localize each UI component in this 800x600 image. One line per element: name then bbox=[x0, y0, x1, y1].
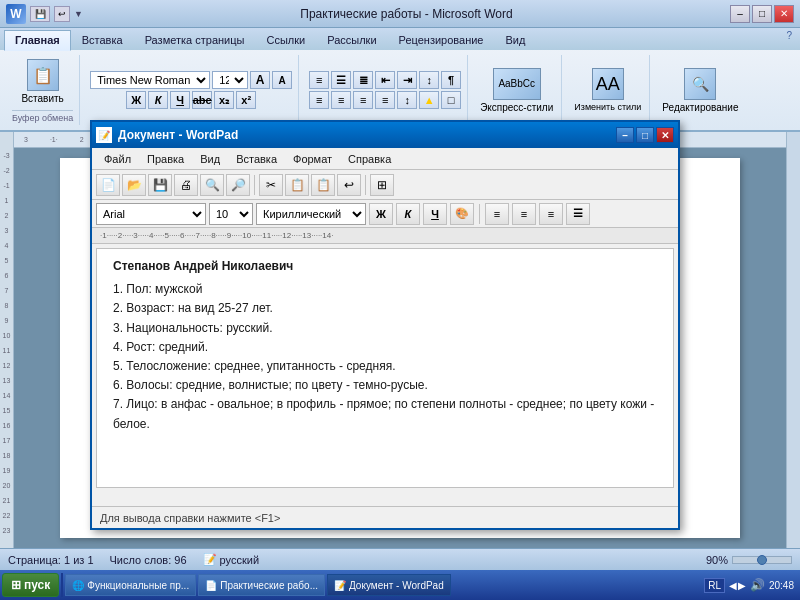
taskbar-item-2[interactable]: 📄 Практические рабо... bbox=[198, 574, 325, 596]
sort-btn[interactable]: ↕ bbox=[419, 71, 439, 89]
taskbar-item-1[interactable]: 🌐 Функциональные пр... bbox=[65, 574, 196, 596]
bold-btn[interactable]: Ж bbox=[126, 91, 146, 109]
zoom-thumb[interactable] bbox=[757, 555, 767, 565]
next-btn[interactable]: ▶ bbox=[738, 580, 746, 591]
superscript-btn[interactable]: x² bbox=[236, 91, 256, 109]
wp-copy-btn[interactable]: 📋 bbox=[285, 174, 309, 196]
italic-btn[interactable]: К bbox=[148, 91, 168, 109]
underline-btn[interactable]: Ч bbox=[170, 91, 190, 109]
wp-menu-file[interactable]: Файл bbox=[96, 151, 139, 167]
wp-align-left-btn[interactable]: ≡ bbox=[485, 203, 509, 225]
align-left-btn[interactable]: ≡ bbox=[309, 91, 329, 109]
wp-underline-btn[interactable]: Ч bbox=[423, 203, 447, 225]
wp-bullets-btn[interactable]: ☰ bbox=[566, 203, 590, 225]
grow-font-btn[interactable]: A bbox=[250, 71, 270, 89]
editing-btn[interactable]: 🔍 Редактирование bbox=[660, 66, 740, 115]
subscript-btn[interactable]: x₂ bbox=[214, 91, 234, 109]
wordpad-close-btn[interactable]: ✕ bbox=[656, 127, 674, 143]
paste-button[interactable]: 📋 Вставить bbox=[19, 57, 65, 106]
tab-mailings[interactable]: Рассылки bbox=[316, 30, 387, 50]
tab-home[interactable]: Главная bbox=[4, 30, 71, 51]
strikethrough-btn[interactable]: abe bbox=[192, 91, 212, 109]
para-row-1: ≡ ☰ ≣ ⇤ ⇥ ↕ ¶ bbox=[309, 71, 461, 89]
taskbar-item-3[interactable]: 📝 Документ - WordPad bbox=[327, 574, 451, 596]
wp-menu-format[interactable]: Формат bbox=[285, 151, 340, 167]
wp-menu-insert[interactable]: Вставка bbox=[228, 151, 285, 167]
align-center-btn[interactable]: ≡ bbox=[331, 91, 351, 109]
quick-styles-btn[interactable]: AaBbCc Экспресс-стили bbox=[478, 66, 555, 115]
increase-indent-btn[interactable]: ⇥ bbox=[397, 71, 417, 89]
font-size-select[interactable]: 12 bbox=[212, 71, 248, 89]
shrink-font-btn[interactable]: A bbox=[272, 71, 292, 89]
wp-lang-select[interactable]: Кириллический bbox=[256, 203, 366, 225]
help-btn[interactable]: ? bbox=[786, 30, 792, 41]
wordpad-minimize-btn[interactable]: – bbox=[616, 127, 634, 143]
taskbar-item-2-icon: 📄 bbox=[205, 580, 217, 591]
wp-cut-btn[interactable]: ✂ bbox=[259, 174, 283, 196]
wp-new-btn[interactable]: 📄 bbox=[96, 174, 120, 196]
quick-access-more[interactable]: ▼ bbox=[74, 9, 83, 19]
start-button[interactable]: ⊞ пуск bbox=[2, 573, 59, 597]
wp-align-right-btn[interactable]: ≡ bbox=[539, 203, 563, 225]
zoom-slider[interactable] bbox=[732, 556, 792, 564]
wordpad-titlebar: 📝 Документ - WordPad – □ ✕ bbox=[92, 122, 678, 148]
wp-align-center-btn[interactable]: ≡ bbox=[512, 203, 536, 225]
wp-font-select[interactable]: Arial bbox=[96, 203, 206, 225]
word-minimize-btn[interactable]: – bbox=[730, 5, 750, 23]
word-close-btn[interactable]: ✕ bbox=[774, 5, 794, 23]
wp-preview-btn[interactable]: 🔍 bbox=[200, 174, 224, 196]
undo-btn[interactable]: ↩ bbox=[54, 6, 70, 22]
tab-insert[interactable]: Вставка bbox=[71, 30, 134, 50]
wp-open-btn[interactable]: 📂 bbox=[122, 174, 146, 196]
wp-menu-view[interactable]: Вид bbox=[192, 151, 228, 167]
borders-btn[interactable]: □ bbox=[441, 91, 461, 109]
wp-find-btn[interactable]: 🔎 bbox=[226, 174, 250, 196]
bullets-btn[interactable]: ≡ bbox=[309, 71, 329, 89]
prev-btn[interactable]: ◀ bbox=[729, 580, 737, 591]
decrease-indent-btn[interactable]: ⇤ bbox=[375, 71, 395, 89]
start-label: пуск bbox=[24, 578, 50, 592]
wp-italic-btn[interactable]: К bbox=[396, 203, 420, 225]
wp-size-select[interactable]: 10 bbox=[209, 203, 253, 225]
zoom-control[interactable]: 90% bbox=[706, 554, 792, 566]
wp-paste-btn[interactable]: 📋 bbox=[311, 174, 335, 196]
numbering-btn[interactable]: ☰ bbox=[331, 71, 351, 89]
tab-references[interactable]: Ссылки bbox=[255, 30, 316, 50]
para-row-2: ≡ ≡ ≡ ≡ ↕ ▲ □ bbox=[309, 91, 461, 109]
wordpad-menubar: Файл Правка Вид Вставка Формат Справка bbox=[92, 148, 678, 170]
wp-menu-edit[interactable]: Правка bbox=[139, 151, 192, 167]
wp-color-btn[interactable]: 🎨 bbox=[450, 203, 474, 225]
word-window-title: Практические работы - Microsoft Word bbox=[83, 7, 730, 21]
wp-undo-btn[interactable]: ↩ bbox=[337, 174, 361, 196]
justify-btn[interactable]: ≡ bbox=[375, 91, 395, 109]
tab-view[interactable]: Вид bbox=[495, 30, 537, 50]
ruler-text: ·1·····2·····3·····4·····5·····6·····7··… bbox=[100, 231, 333, 240]
word-scrollbar-vertical[interactable] bbox=[786, 132, 800, 548]
quick-save-btn[interactable]: 💾 bbox=[30, 6, 50, 22]
wordpad-maximize-btn[interactable]: □ bbox=[636, 127, 654, 143]
word-titlebar-left: W 💾 ↩ ▼ bbox=[6, 4, 83, 24]
wordpad-status-text: Для вывода справки нажмите <F1> bbox=[100, 512, 280, 524]
wp-menu-help[interactable]: Справка bbox=[340, 151, 399, 167]
wp-insertobj-btn[interactable]: ⊞ bbox=[370, 174, 394, 196]
font-name-select[interactable]: Times New Roman bbox=[90, 71, 210, 89]
tab-layout[interactable]: Разметка страницы bbox=[134, 30, 256, 50]
tab-review[interactable]: Рецензирование bbox=[388, 30, 495, 50]
wordpad-content-area[interactable]: Степанов Андрей Николаевич 1. Пол: мужск… bbox=[96, 248, 674, 488]
wp-save-btn[interactable]: 💾 bbox=[148, 174, 172, 196]
align-right-btn[interactable]: ≡ bbox=[353, 91, 373, 109]
line-spacing-btn[interactable]: ↕ bbox=[397, 91, 417, 109]
change-styles-btn[interactable]: AA Изменить стили bbox=[572, 66, 643, 114]
word-maximize-btn[interactable]: □ bbox=[752, 5, 772, 23]
taskbar: ⊞ пуск 🌐 Функциональные пр... 📄 Практиче… bbox=[0, 570, 800, 600]
wp-bold-btn[interactable]: Ж bbox=[369, 203, 393, 225]
multilevel-btn[interactable]: ≣ bbox=[353, 71, 373, 89]
editing-label: Редактирование bbox=[662, 102, 738, 113]
wp-sep-1 bbox=[254, 175, 255, 195]
word-ribbon: Главная Вставка Разметка страницы Ссылки… bbox=[0, 28, 800, 132]
show-para-btn[interactable]: ¶ bbox=[441, 71, 461, 89]
word-statusbar: Страница: 1 из 1 Число слов: 96 📝 русски… bbox=[0, 548, 800, 570]
fill-color-btn[interactable]: ▲ bbox=[419, 91, 439, 109]
wordpad-window-controls: – □ ✕ bbox=[616, 127, 674, 143]
wp-print-btn[interactable]: 🖨 bbox=[174, 174, 198, 196]
